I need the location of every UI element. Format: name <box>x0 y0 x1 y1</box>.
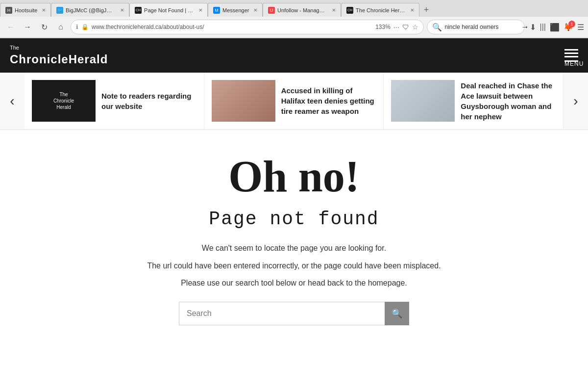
tab-hootsuite-label: Hootsuite <box>15 7 37 13</box>
address-bar[interactable]: ℹ 🔒 www.thechronicleherald.ca/about/abou… <box>71 20 424 34</box>
new-tab-button[interactable]: + <box>419 3 433 17</box>
news-item[interactable]: Accused in killing of Halifax teen denie… <box>204 73 384 129</box>
browser-search-input[interactable] <box>445 24 518 30</box>
news-thumb-image-2 <box>212 80 275 122</box>
search-submit-icon: 🔍 <box>392 308 402 319</box>
menu-label: MENU <box>564 60 578 62</box>
error-desc-2: The url could have been entered incorrec… <box>10 260 578 272</box>
news-thumb-2 <box>212 80 275 122</box>
tab-manageflitter-close[interactable]: × <box>332 6 336 14</box>
hamburger-line-1 <box>564 49 578 51</box>
zoom-level: 133% <box>375 24 391 30</box>
tab-twitter[interactable]: 🐦 BigJMcC (@BigJMcC) | Twi... × <box>51 3 129 17</box>
manageflitter-favicon: U <box>268 7 275 14</box>
hamburger-line-2 <box>564 53 578 54</box>
search-area: 🔍 <box>10 302 578 325</box>
twitter-favicon: 🐦 <box>56 7 63 14</box>
forward-button[interactable]: → <box>21 20 34 34</box>
home-button[interactable]: ⌂ <box>54 20 68 34</box>
address-text: www.thechronicleherald.ca/about/about-us… <box>92 24 372 30</box>
tab-twitter-label: BigJMcC (@BigJMcC) | Twi... <box>66 7 116 13</box>
info-icon: ℹ <box>76 24 78 30</box>
synced-tabs-icon[interactable]: ⬛ <box>550 23 560 32</box>
bookmark-icon[interactable]: ☆ <box>412 23 418 31</box>
hamburger-icon[interactable]: ☰ <box>577 23 584 32</box>
chronicle2-favicon: CH <box>346 7 353 14</box>
news-item[interactable]: TheChronicleHerald Note to readers regar… <box>24 73 204 129</box>
tab-chronicle2-close[interactable]: × <box>411 6 415 14</box>
refresh-button[interactable]: ↻ <box>37 20 51 34</box>
tab-chronicle-404-label: Page Not Found | The Chro... <box>144 7 194 13</box>
toolbar-icons: ⬇ ||| ⬛ 🦊 1 ☰ <box>530 23 584 32</box>
tab-hootsuite[interactable]: H Hootsuite × <box>0 3 51 17</box>
shield-icon: 🛡 <box>402 23 409 31</box>
tab-manageflitter-label: Unfollow - ManageFlitter <box>277 7 327 13</box>
tab-bar: H Hootsuite × 🐦 BigJMcC (@BigJMcC) | Twi… <box>0 0 588 17</box>
tab-chronicle2-label: The Chronicle Herald <box>356 7 406 13</box>
news-title-3: Deal reached in Chase the Ace lawsuit be… <box>461 80 556 122</box>
site-logo[interactable]: The ChronicleHerald <box>10 44 108 66</box>
browser-chrome: H Hootsuite × 🐦 BigJMcC (@BigJMcC) | Twi… <box>0 0 588 38</box>
news-item[interactable]: Deal reached in Chase the Ace lawsuit be… <box>384 73 564 129</box>
hamburger-menu-button[interactable]: MENU <box>564 49 578 62</box>
addons-icon[interactable]: 🦊 1 <box>564 23 573 32</box>
error-desc-1: We can't seem to locate the page you are… <box>10 242 578 255</box>
search-icon: 🔍 <box>432 23 442 32</box>
news-items: TheChronicleHerald Note to readers regar… <box>24 73 564 129</box>
news-slider: ‹ TheChronicleHerald Note to readers reg… <box>0 73 588 130</box>
news-thumb-image-3 <box>391 80 455 122</box>
browser-search-bar[interactable]: 🔍 → <box>427 20 525 34</box>
news-title-2: Accused in killing of Halifax teen denie… <box>281 85 376 116</box>
tab-manageflitter[interactable]: U Unfollow - ManageFlitter × <box>263 3 341 17</box>
page-not-found-heading: Page not found <box>10 209 578 230</box>
tab-chronicle-404-close[interactable]: × <box>198 6 202 14</box>
slider-next-button[interactable]: › <box>564 73 588 129</box>
nav-bar: ← → ↻ ⌂ ℹ 🔒 www.thechronicleherald.ca/ab… <box>0 17 588 38</box>
error-content: Oh no! Page not found We can't seem to l… <box>0 130 588 340</box>
chronicle-favicon: CH <box>135 7 142 14</box>
slider-prev-button[interactable]: ‹ <box>0 73 24 129</box>
news-thumb-1: TheChronicleHerald <box>32 80 96 122</box>
messenger-favicon: M <box>213 7 220 14</box>
error-desc-3: Please use our search tool below or head… <box>10 277 578 289</box>
news-thumb-3 <box>391 80 455 122</box>
tab-messenger[interactable]: M Messenger × <box>208 3 263 17</box>
tab-messenger-label: Messenger <box>222 7 249 13</box>
hootsuite-favicon: H <box>5 7 12 14</box>
lock-icon: 🔒 <box>81 24 89 30</box>
logo-name: ChronicleHerald <box>10 52 108 67</box>
search-input[interactable] <box>179 302 385 325</box>
notification-count: 1 <box>568 21 575 27</box>
tab-hootsuite-close[interactable]: × <box>42 6 46 14</box>
site-header: The ChronicleHerald MENU <box>0 38 588 73</box>
download-icon[interactable]: ⬇ <box>530 23 536 32</box>
search-arrow-icon[interactable]: → <box>521 23 529 31</box>
back-button[interactable]: ← <box>4 20 18 34</box>
tab-chronicle-404[interactable]: CH Page Not Found | The Chro... × <box>129 3 208 17</box>
more-options-icon[interactable]: ··· <box>393 23 399 31</box>
library-icon[interactable]: ||| <box>540 23 546 31</box>
address-actions: ··· 🛡 ☆ <box>393 23 418 31</box>
tab-messenger-close[interactable]: × <box>254 6 258 14</box>
tab-chronicle2[interactable]: CH The Chronicle Herald × <box>341 3 419 17</box>
search-submit-button[interactable]: 🔍 <box>385 302 409 325</box>
logo-the: The <box>10 44 108 51</box>
news-title-1: Note to readers regard­ing our website <box>101 91 196 111</box>
hamburger-line-3 <box>564 56 578 57</box>
news-thumb-placeholder-1: TheChronicleHerald <box>32 80 96 122</box>
site-content: The ChronicleHerald MENU ‹ TheChronicleH… <box>0 38 588 340</box>
oh-no-heading: Oh no! <box>10 155 578 199</box>
tab-twitter-close[interactable]: × <box>120 6 124 14</box>
